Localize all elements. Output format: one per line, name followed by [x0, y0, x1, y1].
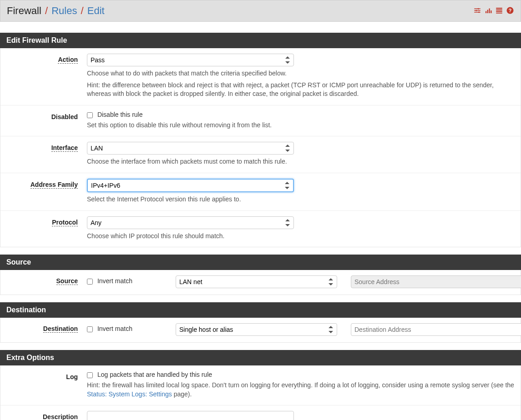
svg-point-0	[478, 8, 479, 9]
row-log: Log Log packets that are handled by this…	[0, 365, 521, 405]
label-protocol: Protocol	[52, 219, 78, 226]
page-header: Firewall / Rules / Edit ?	[0, 0, 521, 22]
source-address-input	[351, 275, 521, 288]
destination-address-input[interactable]	[351, 323, 521, 336]
destination-invert-checkbox[interactable]	[87, 326, 93, 332]
label-interface: Interface	[51, 144, 78, 152]
label-source: Source	[56, 277, 78, 285]
source-type-select[interactable]: LAN net	[176, 275, 337, 288]
description-input[interactable]	[87, 411, 294, 420]
panel-destination: Destination Destination Invert match Sin…	[0, 302, 521, 343]
action-select[interactable]: Pass	[87, 54, 294, 66]
breadcrumb: Firewall / Rules / Edit	[7, 5, 105, 17]
source-invert-checkbox[interactable]	[87, 279, 93, 285]
breadcrumb-root: Firewall	[7, 5, 41, 16]
log-help-prefix: Hint: the firewall has limited local log…	[87, 381, 514, 389]
log-list-icon[interactable]	[495, 6, 503, 16]
action-help-2: Hint: the difference between block and r…	[87, 81, 514, 99]
action-help-1: Choose what to do with packets that matc…	[87, 69, 514, 78]
row-action: Action Pass Choose what to do with packe…	[0, 48, 521, 105]
stats-bars-icon[interactable]	[484, 6, 492, 16]
svg-point-1	[475, 10, 477, 11]
disabled-help: Set this option to disable this rule wit…	[87, 121, 514, 130]
panel-header-edit: Edit Firewall Rule	[0, 33, 521, 48]
label-address-family: Address Family	[30, 181, 78, 189]
disabled-checkbox-wrap[interactable]: Disable this rule	[87, 111, 143, 118]
header-actions: ?	[473, 6, 514, 16]
address-family-select[interactable]: IPv4+IPv6	[87, 179, 294, 192]
log-checkbox[interactable]	[87, 372, 93, 378]
row-destination: Destination Invert match Single host or …	[0, 318, 521, 342]
interface-help: Choose the interface from which packets …	[87, 157, 514, 166]
protocol-select[interactable]: Any	[87, 216, 294, 229]
svg-text:?: ?	[509, 7, 511, 13]
breadcrumb-rules-link[interactable]: Rules	[51, 5, 77, 16]
disabled-checkbox[interactable]	[87, 112, 93, 118]
source-invert-wrap[interactable]: Invert match	[87, 277, 132, 285]
row-description: Description A description may be entered…	[0, 405, 521, 420]
breadcrumb-separator: /	[81, 5, 86, 16]
log-checkbox-label: Log packets that are handled by this rul…	[97, 371, 212, 378]
breadcrumb-separator: /	[45, 5, 51, 16]
address-family-help: Select the Internet Protocol version thi…	[87, 195, 514, 204]
panel-header-destination: Destination	[0, 302, 521, 318]
log-help-link[interactable]: Status: System Logs: Settings	[87, 390, 172, 398]
row-interface: Interface LAN Choose the interface from …	[0, 136, 521, 173]
help-icon[interactable]: ?	[506, 6, 514, 16]
destination-invert-label: Invert match	[97, 325, 132, 332]
label-destination: Destination	[43, 325, 78, 333]
panel-edit-rule: Edit Firewall Rule Action Pass Choose wh…	[0, 33, 521, 247]
breadcrumb-edit-link[interactable]: Edit	[87, 5, 105, 16]
row-protocol: Protocol Any Choose which IP protocol th…	[0, 211, 521, 247]
destination-type-select[interactable]: Single host or alias	[176, 323, 337, 336]
label-log: Log	[66, 373, 78, 380]
disabled-checkbox-label: Disable this rule	[97, 111, 143, 118]
row-disabled: Disabled Disable this rule Set this opti…	[0, 105, 521, 137]
log-checkbox-wrap[interactable]: Log packets that are handled by this rul…	[87, 371, 212, 378]
protocol-help: Choose which IP protocol this rule shoul…	[87, 232, 514, 241]
log-help-suffix: page).	[172, 390, 192, 398]
panel-header-extra: Extra Options	[0, 350, 521, 365]
label-description: Description	[43, 413, 78, 420]
settings-sliders-icon[interactable]	[473, 6, 481, 16]
destination-invert-wrap[interactable]: Invert match	[87, 325, 132, 332]
label-disabled: Disabled	[51, 113, 78, 120]
row-address-family: Address Family IPv4+IPv6 Select the Inte…	[0, 173, 521, 211]
label-action: Action	[58, 56, 78, 64]
panel-header-source: Source	[0, 255, 521, 270]
panel-source: Source Source Invert match LAN net	[0, 255, 521, 295]
log-help: Hint: the firewall has limited local log…	[87, 381, 514, 399]
row-source: Source Invert match LAN net	[0, 270, 521, 295]
svg-point-2	[478, 11, 480, 13]
source-invert-label: Invert match	[97, 277, 132, 285]
panel-extra-options: Extra Options Log Log packets that are h…	[0, 350, 521, 420]
interface-select[interactable]: LAN	[87, 142, 294, 155]
